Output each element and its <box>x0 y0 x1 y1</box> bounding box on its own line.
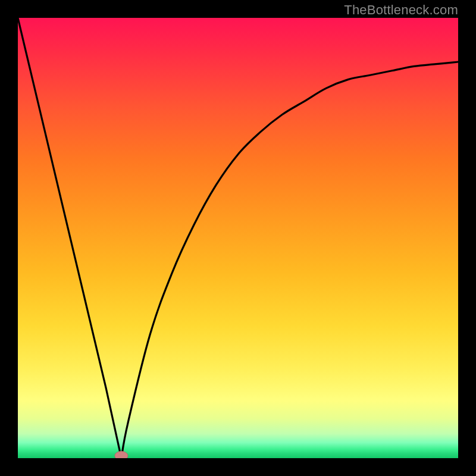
curve-layer <box>18 18 458 458</box>
plot-area <box>18 18 458 458</box>
optimal-point-marker <box>115 452 128 459</box>
chart-frame: TheBottleneck.com <box>0 0 476 476</box>
bottleneck-curve <box>18 18 458 458</box>
watermark-text: TheBottleneck.com <box>344 2 458 18</box>
svg-point-0 <box>115 452 128 459</box>
